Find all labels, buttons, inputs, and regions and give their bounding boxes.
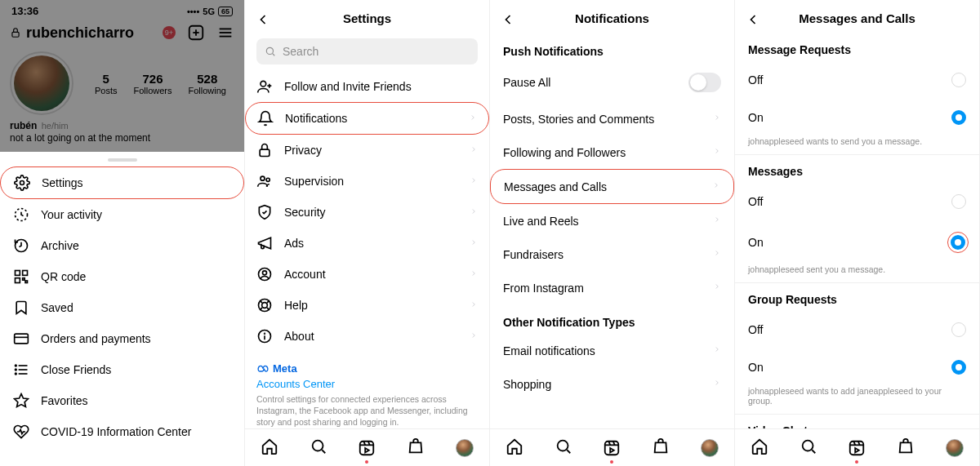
radio-icon[interactable] xyxy=(951,235,965,250)
qr-icon xyxy=(13,269,29,285)
row-following[interactable]: Following and Followers xyxy=(490,135,734,169)
sheet-handle[interactable] xyxy=(108,158,137,162)
hint-msgreq: johnappleseed wants to send you a messag… xyxy=(735,136,979,154)
menu-activity[interactable]: Your activity xyxy=(0,199,244,230)
status-signal: •••• xyxy=(187,7,199,16)
page-title: Notifications xyxy=(575,11,649,25)
lock-icon xyxy=(10,27,21,38)
menu-icon[interactable] xyxy=(216,24,234,42)
tab-reels[interactable] xyxy=(603,439,621,457)
tab-reels[interactable] xyxy=(848,439,866,457)
radio-icon[interactable] xyxy=(951,110,966,125)
menu-favorites[interactable]: Favorites xyxy=(0,385,244,416)
svg-line-38 xyxy=(260,308,262,310)
svg-point-7 xyxy=(20,181,24,185)
svg-marker-56 xyxy=(611,448,615,453)
row-from-instagram[interactable]: From Instagram xyxy=(490,271,734,304)
activity-icon xyxy=(13,206,29,223)
svg-rect-29 xyxy=(260,149,270,156)
menu-orders[interactable]: Orders and payments xyxy=(0,323,244,354)
row-privacy[interactable]: Privacy xyxy=(245,135,489,166)
row-shopping[interactable]: Shopping xyxy=(490,367,734,401)
row-about[interactable]: About xyxy=(245,321,489,352)
menu-archive[interactable]: Archive xyxy=(0,230,244,261)
row-supervision[interactable]: Supervision xyxy=(245,166,489,197)
row-ads[interactable]: Ads xyxy=(245,228,489,259)
bell-icon xyxy=(257,110,274,126)
menu-label: Archive xyxy=(41,239,79,252)
tab-home[interactable] xyxy=(751,437,768,459)
avatar[interactable] xyxy=(10,51,74,115)
radio-label: On xyxy=(748,361,951,374)
tab-shop[interactable] xyxy=(407,437,425,459)
radio-grp-off[interactable]: Off xyxy=(735,311,979,348)
row-follow-invite[interactable]: Follow and Invite Friends xyxy=(245,71,489,102)
menu-settings[interactable]: Settings xyxy=(0,166,244,199)
radio-msgreq-off[interactable]: Off xyxy=(735,61,979,99)
heart-pulse-icon xyxy=(13,424,29,440)
section-other: Other Notification Types xyxy=(490,304,734,334)
back-button[interactable] xyxy=(745,11,761,31)
row-help[interactable]: Help xyxy=(245,290,489,321)
row-posts[interactable]: Posts, Stories and Comments xyxy=(490,102,734,135)
meta-logo: Meta xyxy=(256,362,478,375)
svg-point-31 xyxy=(266,178,270,181)
profile-stats-row: 5Posts 726Followers 528Following xyxy=(0,47,244,115)
row-label: Messages and Calls xyxy=(504,180,712,193)
section-push: Push Notifications xyxy=(490,33,734,63)
radio-msg-off[interactable]: Off xyxy=(735,183,979,220)
radio-icon[interactable] xyxy=(951,194,966,209)
menu-qr[interactable]: QR code xyxy=(0,261,244,292)
back-button[interactable] xyxy=(255,11,271,31)
menu-covid[interactable]: COVID-19 Information Center xyxy=(0,416,244,447)
row-notifications[interactable]: Notifications xyxy=(245,102,489,135)
row-account[interactable]: Account xyxy=(245,259,489,290)
tab-home[interactable] xyxy=(506,437,523,459)
menu-close-friends[interactable]: Close Friends xyxy=(0,354,244,385)
tab-search[interactable] xyxy=(800,437,817,459)
profile-header: rubenchicharro 9+ xyxy=(0,19,244,47)
tab-profile[interactable] xyxy=(946,439,964,457)
red-dot-icon xyxy=(610,460,613,464)
meta-icon xyxy=(256,362,270,375)
create-icon[interactable] xyxy=(187,24,205,42)
tab-shop[interactable] xyxy=(897,437,915,459)
radio-grp-on[interactable]: On xyxy=(735,348,979,386)
row-email[interactable]: Email notifications xyxy=(490,334,734,367)
radio-msgreq-on[interactable]: On xyxy=(735,99,979,136)
tab-search[interactable] xyxy=(555,437,572,459)
stat-posts[interactable]: 5Posts xyxy=(95,72,118,95)
svg-line-36 xyxy=(260,300,262,303)
stat-followers[interactable]: 726Followers xyxy=(133,72,172,95)
stat-following[interactable]: 528Following xyxy=(189,72,226,95)
row-live[interactable]: Live and Reels xyxy=(490,204,734,237)
row-security[interactable]: Security xyxy=(245,197,489,228)
menu-saved[interactable]: Saved xyxy=(0,292,244,323)
tab-reels[interactable] xyxy=(358,439,376,457)
page-header: Notifications xyxy=(490,0,734,33)
svg-line-39 xyxy=(267,308,270,310)
radio-icon[interactable] xyxy=(951,360,966,375)
tab-profile[interactable] xyxy=(456,439,474,457)
search-input[interactable]: Search xyxy=(256,38,478,64)
row-label: Pause All xyxy=(503,76,688,89)
radio-msg-on[interactable]: On xyxy=(735,220,979,264)
tab-profile[interactable] xyxy=(701,439,719,457)
tab-home[interactable] xyxy=(261,437,278,459)
row-label: Privacy xyxy=(284,144,458,157)
row-pause-all[interactable]: Pause All xyxy=(490,63,734,102)
back-button[interactable] xyxy=(500,11,516,31)
row-fundraisers[interactable]: Fundraisers xyxy=(490,237,734,271)
username[interactable]: rubenchicharro xyxy=(26,24,159,42)
radio-label: On xyxy=(748,111,951,124)
tab-shop[interactable] xyxy=(652,437,670,459)
toggle-pause-all[interactable] xyxy=(688,73,721,92)
accounts-center-link[interactable]: Accounts Center xyxy=(256,378,478,390)
page-title: Settings xyxy=(343,11,391,25)
radio-icon[interactable] xyxy=(951,322,966,337)
row-messages-calls[interactable]: Messages and Calls xyxy=(490,169,734,204)
lock-icon xyxy=(256,142,273,158)
tab-search[interactable] xyxy=(310,437,327,459)
help-icon xyxy=(256,297,273,313)
radio-icon[interactable] xyxy=(951,73,966,87)
